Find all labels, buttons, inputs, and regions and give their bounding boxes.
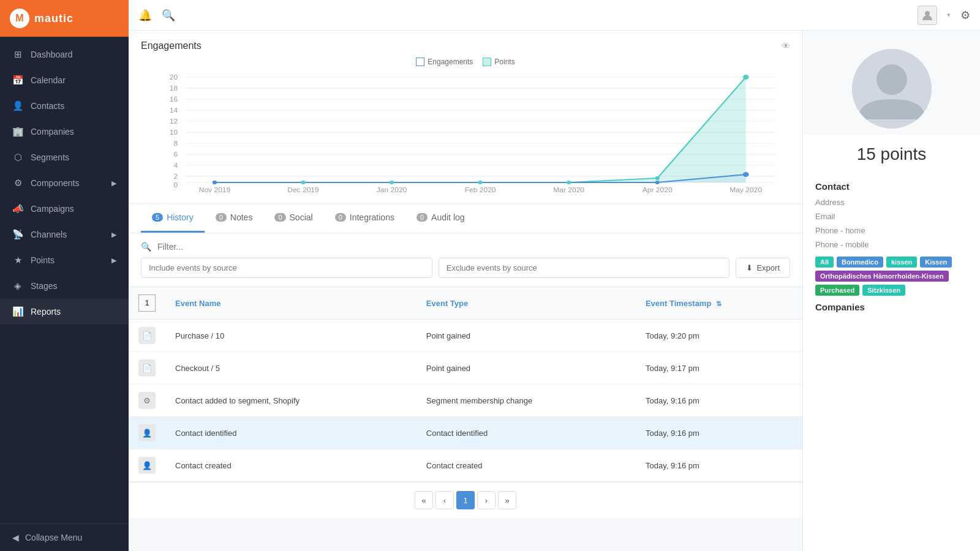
svg-text:16: 16 bbox=[170, 96, 178, 103]
contact-points: 15 points bbox=[857, 135, 927, 169]
svg-text:Dec 2019: Dec 2019 bbox=[287, 187, 319, 193]
sidebar-item-components[interactable]: ⚙ Components ▶ bbox=[0, 170, 129, 196]
export-icon: ⬇ bbox=[746, 263, 753, 272]
components-expand-icon: ▶ bbox=[111, 179, 116, 187]
sidebar-item-channels[interactable]: 📡 Channels ▶ bbox=[0, 222, 129, 247]
row-event-timestamp: Today, 9:16 pm bbox=[636, 449, 802, 482]
row-icon: 👤 bbox=[138, 424, 156, 441]
collapse-label: Collapse Menu bbox=[25, 533, 82, 542]
table-row[interactable]: 👤 Contact identified Contact identified … bbox=[129, 417, 802, 449]
filter-section: 🔍 ⬇ Export bbox=[129, 233, 802, 287]
user-dropdown-arrow[interactable]: ▾ bbox=[947, 11, 951, 19]
table-header-row: 1 Event Name Event Type Event Timestamp … bbox=[129, 287, 802, 320]
search-icon[interactable]: 🔍 bbox=[162, 9, 175, 22]
col-icon: 1 bbox=[129, 287, 165, 320]
table-row[interactable]: 👤 Contact created Contact created Today,… bbox=[129, 449, 802, 482]
page-prev-button[interactable]: ‹ bbox=[435, 491, 454, 509]
table-row[interactable]: ⚙ Contact added to segment, Shopify Segm… bbox=[129, 384, 802, 417]
svg-point-37 bbox=[655, 176, 660, 180]
contact-info: Contact Address Email Phone - home Phone… bbox=[803, 169, 980, 322]
settings-icon[interactable]: ⚙ bbox=[960, 9, 970, 22]
page-next-button[interactable]: › bbox=[477, 491, 496, 509]
sidebar-item-calendar[interactable]: 📅 Calendar bbox=[0, 67, 129, 93]
page-first-button[interactable]: « bbox=[415, 491, 433, 509]
row-event-name: Contact added to segment, Shopify bbox=[165, 384, 417, 417]
phone-mobile-label: Phone - mobile bbox=[815, 238, 968, 252]
svg-text:Jan 2020: Jan 2020 bbox=[377, 187, 407, 193]
contact-tag[interactable]: Bonmedico bbox=[837, 257, 883, 268]
page-current-button[interactable]: 1 bbox=[456, 491, 475, 509]
svg-text:Mar 2020: Mar 2020 bbox=[553, 187, 584, 193]
tab-history-label: History bbox=[167, 212, 194, 222]
svg-text:Apr 2020: Apr 2020 bbox=[643, 187, 673, 193]
channels-nav-icon: 📡 bbox=[12, 229, 23, 240]
contact-tag[interactable]: All bbox=[815, 257, 834, 268]
export-button[interactable]: ⬇ Export bbox=[736, 258, 790, 278]
col-event-name[interactable]: Event Name bbox=[165, 287, 417, 320]
segments-nav-label: Segments bbox=[31, 152, 69, 162]
page-last-button[interactable]: » bbox=[498, 491, 516, 509]
stages-nav-label: Stages bbox=[31, 281, 58, 291]
contact-tag[interactable]: Orthopädisches Hämorrhoiden-Kissen bbox=[815, 271, 949, 282]
reports-nav-label: Reports bbox=[31, 307, 61, 317]
tab-integrations[interactable]: 0 Integrations bbox=[324, 204, 405, 233]
row-icon-cell: 📄 bbox=[129, 320, 165, 352]
contact-tag[interactable]: Purchased bbox=[815, 285, 859, 296]
calendar-nav-icon: 📅 bbox=[12, 75, 23, 86]
row-event-type: Point gained bbox=[417, 352, 636, 384]
contact-tag[interactable]: Sitzkissen bbox=[862, 285, 905, 296]
tab-social[interactable]: 0 Social bbox=[263, 204, 323, 233]
contact-tag[interactable]: Kissen bbox=[920, 257, 952, 268]
svg-text:4: 4 bbox=[174, 162, 178, 169]
sidebar-item-campaigns[interactable]: 📣 Campaigns bbox=[0, 196, 129, 222]
tab-social-label: Social bbox=[290, 212, 313, 222]
table-row[interactable]: 📄 Purchase / 10 Point gained Today, 9:20… bbox=[129, 320, 802, 352]
sidebar-item-companies[interactable]: 🏢 Companies bbox=[0, 119, 129, 144]
row-icon: 📄 bbox=[138, 359, 156, 377]
sidebar-item-dashboard[interactable]: ⊞ Dashboard bbox=[0, 42, 129, 67]
sidebar-item-points[interactable]: ★ Points ▶ bbox=[0, 247, 129, 273]
campaigns-nav-icon: 📣 bbox=[12, 203, 23, 214]
sidebar-item-segments[interactable]: ⬡ Segments bbox=[0, 144, 129, 170]
svg-point-34 bbox=[390, 181, 394, 184]
col-event-timestamp[interactable]: Event Timestamp ⇅ bbox=[636, 287, 802, 320]
svg-text:May 2020: May 2020 bbox=[729, 187, 762, 193]
svg-point-43 bbox=[876, 64, 907, 95]
contact-tag[interactable]: kissen bbox=[886, 257, 917, 268]
avatar-area bbox=[803, 31, 980, 135]
tab-notes-label: Notes bbox=[230, 212, 253, 222]
sidebar-item-stages[interactable]: ◈ Stages bbox=[0, 273, 129, 299]
tab-history[interactable]: 5 History bbox=[141, 204, 205, 233]
exclude-events-input[interactable] bbox=[439, 258, 730, 278]
col-event-type[interactable]: Event Type bbox=[417, 287, 636, 320]
row-icon-cell: 📄 bbox=[129, 352, 165, 384]
contact-avatar bbox=[852, 49, 932, 129]
events-table: 1 Event Name Event Type Event Timestamp … bbox=[129, 287, 802, 482]
include-events-input[interactable] bbox=[141, 258, 432, 278]
mautic-logo-icon: M bbox=[10, 9, 29, 28]
topbar: 🔔 🔍 ▾ ⚙ bbox=[129, 0, 980, 31]
chart-title: Engagements bbox=[141, 40, 202, 51]
collapse-menu-button[interactable]: ◀ Collapse Menu bbox=[0, 523, 129, 551]
row-event-type: Contact created bbox=[417, 449, 636, 482]
pagination: « ‹ 1 › » bbox=[129, 482, 802, 518]
row-event-type: Point gained bbox=[417, 320, 636, 352]
companies-label: Companies bbox=[815, 302, 968, 312]
row-event-name: Contact identified bbox=[165, 417, 417, 449]
table-row[interactable]: 📄 Checkout / 5 Point gained Today, 9:17 … bbox=[129, 352, 802, 384]
svg-point-39 bbox=[213, 181, 217, 184]
row-icon: ⚙ bbox=[138, 392, 156, 409]
user-avatar-button[interactable] bbox=[918, 6, 937, 25]
chart-visibility-icon[interactable]: 👁 bbox=[782, 41, 790, 51]
filter-input[interactable] bbox=[157, 242, 790, 252]
campaigns-nav-label: Campaigns bbox=[31, 204, 74, 214]
sidebar-item-reports[interactable]: 📊 Reports bbox=[0, 299, 129, 324]
notification-icon[interactable]: 🔔 bbox=[138, 9, 152, 22]
right-panel: 15 points Contact Address Email Phone - … bbox=[802, 31, 980, 551]
calendar-nav-label: Calendar bbox=[31, 75, 66, 85]
tab-audit_log[interactable]: 0 Audit log bbox=[405, 204, 476, 233]
tab-notes[interactable]: 0 Notes bbox=[205, 204, 264, 233]
chart-legend: Engagements Points bbox=[141, 58, 790, 66]
sidebar-logo[interactable]: M mautic bbox=[0, 0, 129, 37]
sidebar-item-contacts[interactable]: 👤 Contacts bbox=[0, 93, 129, 119]
